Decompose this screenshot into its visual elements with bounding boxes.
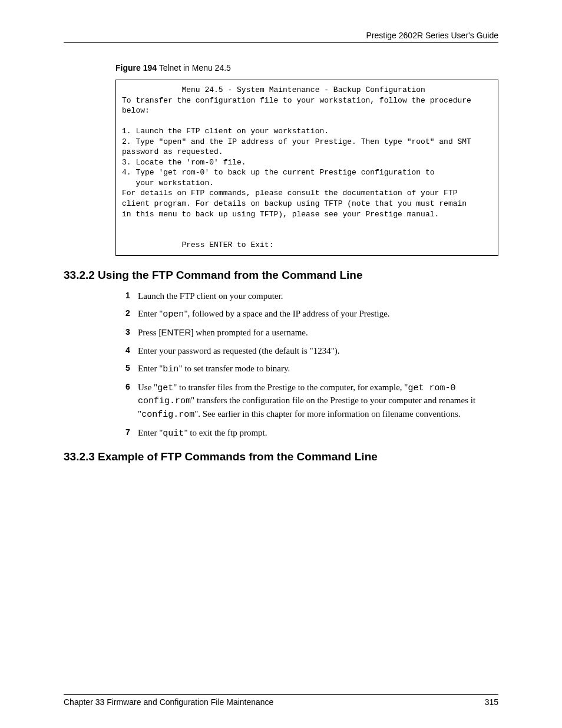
figure-label: Figure 194 Telnet in Menu 24.5 [115,63,498,73]
list-item-number: 1 [125,290,130,301]
list-item-number: 7 [125,427,130,438]
list-item-number: 4 [125,345,130,356]
ftp-steps-list: 1Launch the FTP client on your computer.… [127,290,498,440]
figure-caption: Telnet in Menu 24.5 [157,63,231,73]
list-item: 2Enter "open", followed by a space and t… [127,308,498,321]
figure-number: Figure 194 [115,63,157,73]
list-item-text: Use " [138,383,157,392]
list-item-text: quit [163,429,184,439]
header-divider [64,42,498,43]
list-item: 5Enter "bin" to set transfer mode to bin… [127,363,498,375]
page-content: Figure 194 Telnet in Menu 24.5 Menu 24.5… [64,63,498,463]
list-item-text: " to transfer files from the Prestige to… [173,383,408,392]
list-item: 3Press [ENTER] when prompted for a usern… [127,327,498,338]
list-item-text: [ENTER] [158,327,193,337]
list-item-number: 3 [125,327,130,338]
header-guide-title: Prestige 2602R Series User's Guide [366,31,498,40]
footer-chapter: Chapter 33 Firmware and Configuration Fi… [64,697,273,707]
list-item-text: bin [163,364,178,374]
section-heading-33-2-2: 33.2.2 Using the FTP Command from the Co… [64,269,498,282]
list-item-text: Enter " [138,309,163,318]
list-item-text: get [157,383,173,393]
list-item: 7Enter "quit" to exit the ftp prompt. [127,427,498,440]
list-item-text: ", followed by a space and the IP addres… [184,309,389,318]
list-item-text: Launch the FTP client on your computer. [138,291,283,301]
list-item-text: when prompted for a username. [194,328,308,337]
telnet-menu-box: Menu 24.5 - System Maintenance - Backup … [115,80,498,256]
list-item-number: 5 [125,363,130,374]
footer-divider [64,694,498,695]
list-item-text: Press [138,328,158,337]
list-item-text: ". See earlier in this chapter for more … [194,409,460,419]
list-item: 4Enter your password as requested (the d… [127,345,498,357]
list-item: 6Use "get" to transfer files from the Pr… [127,381,498,421]
footer-page-number: 315 [485,697,498,707]
list-item-number: 2 [125,308,130,319]
list-item: 1Launch the FTP client on your computer. [127,290,498,302]
list-item-text: Enter " [138,364,163,373]
list-item-text: Enter " [138,428,163,437]
list-item-text: config.rom [141,410,194,420]
list-item-text: Enter your password as requested (the de… [138,346,340,355]
section-heading-33-2-3: 33.2.3 Example of FTP Commands from the … [64,450,498,463]
list-item-text: open [163,309,184,319]
list-item-number: 6 [125,381,130,393]
list-item-text: " to set transfer mode to binary. [178,364,290,373]
list-item-text: " to exit the ftp prompt. [184,428,267,437]
